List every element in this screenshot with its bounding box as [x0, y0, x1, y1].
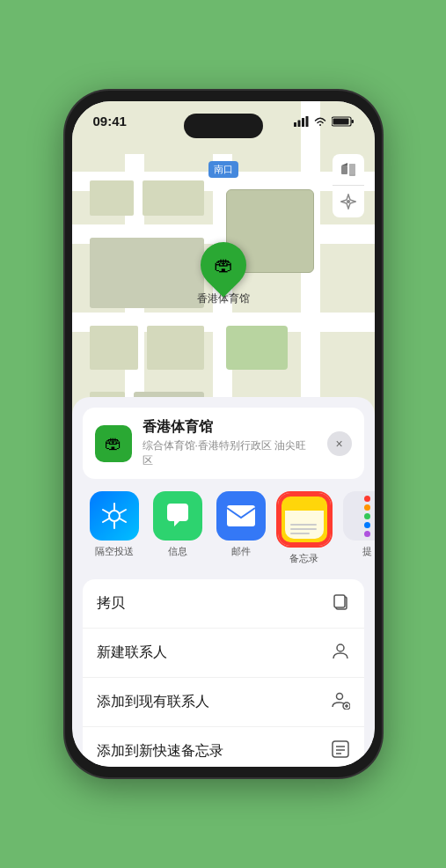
action-new-contact-label: 新建联系人: [97, 644, 167, 662]
action-list: 拷贝 新建联系人 添加到现有联系人: [83, 579, 364, 767]
notes-icon: [280, 495, 329, 544]
new-contact-icon: [331, 641, 350, 665]
copy-icon: [331, 592, 350, 615]
action-add-existing-label: 添加到现有联系人: [97, 693, 209, 711]
status-time: 09:41: [93, 114, 127, 129]
location-subtitle: 综合体育馆·香港特别行政区 油尖旺区: [143, 438, 317, 468]
airdrop-icon: [90, 491, 139, 541]
svg-point-17: [336, 694, 342, 700]
svg-rect-13: [227, 505, 255, 526]
close-button[interactable]: ×: [327, 431, 352, 456]
action-add-existing[interactable]: 添加到现有联系人: [83, 678, 364, 727]
app-label-notes: 备忘录: [289, 552, 318, 565]
svg-rect-0: [341, 166, 347, 174]
location-card: 🏟 香港体育馆 综合体育馆·香港特别行政区 油尖旺区 ×: [83, 408, 364, 479]
signal-icon: [294, 116, 309, 127]
action-copy-label: 拷贝: [97, 594, 125, 613]
stadium-pin: 🏟 香港体育馆: [197, 242, 250, 306]
app-item-airdrop[interactable]: 隔空投送: [83, 491, 146, 565]
svg-rect-5: [294, 122, 296, 127]
svg-rect-10: [351, 120, 354, 123]
action-new-contact[interactable]: 新建联系人: [83, 629, 364, 678]
svg-marker-2: [341, 163, 347, 166]
svg-point-12: [109, 511, 120, 521]
battery-icon: [332, 116, 354, 127]
map-controls: [333, 154, 364, 217]
svg-rect-11: [333, 118, 348, 124]
dynamic-island: [184, 114, 263, 138]
location-button[interactable]: [333, 186, 364, 217]
apps-row: 隔空投送 信息: [72, 479, 375, 572]
action-quick-note-label: 添加到新快速备忘录: [97, 742, 223, 761]
mail-icon: [216, 491, 266, 541]
messages-icon: [153, 491, 202, 541]
svg-point-16: [337, 644, 344, 651]
location-icon: 🏟: [95, 425, 132, 462]
map-label: 南口: [208, 161, 238, 178]
svg-rect-6: [297, 120, 300, 127]
app-label-messages: 信息: [168, 545, 187, 558]
wifi-icon: [313, 116, 327, 127]
location-name: 香港体育馆: [143, 418, 317, 437]
status-bar: 09:41: [72, 101, 375, 132]
bottom-sheet: 🏟 香港体育馆 综合体育馆·香港特别行政区 油尖旺区 ×: [72, 397, 375, 767]
pin-inner: 🏟: [214, 254, 233, 276]
svg-rect-7: [302, 118, 304, 127]
action-copy[interactable]: 拷贝: [83, 579, 364, 629]
svg-rect-8: [305, 116, 308, 127]
pin-circle: 🏟: [191, 232, 256, 298]
app-item-mail[interactable]: 邮件: [209, 491, 273, 565]
app-label-mail: 邮件: [231, 545, 251, 558]
action-quick-note[interactable]: 添加到新快速备忘录: [83, 727, 364, 767]
phone-screen: 南口 🏟 香港体育馆 09:41: [72, 101, 375, 767]
svg-marker-3: [349, 164, 355, 174]
more-icon: [343, 491, 375, 541]
quick-note-icon: [331, 739, 350, 763]
svg-rect-15: [334, 595, 345, 607]
status-icons: [294, 116, 354, 127]
app-item-messages[interactable]: 信息: [146, 491, 209, 565]
app-item-notes[interactable]: 备忘录: [273, 491, 336, 565]
svg-point-4: [347, 200, 350, 203]
svg-rect-21: [333, 741, 348, 757]
app-item-more[interactable]: 提: [336, 491, 375, 565]
app-label-more: 提: [362, 545, 372, 558]
add-contact-icon: [331, 690, 350, 714]
phone-frame: 南口 🏟 香港体育馆 09:41: [65, 91, 382, 777]
app-label-airdrop: 隔空投送: [95, 545, 134, 558]
location-info: 香港体育馆 综合体育馆·香港特别行政区 油尖旺区: [143, 418, 317, 468]
map-type-button[interactable]: [333, 154, 364, 186]
